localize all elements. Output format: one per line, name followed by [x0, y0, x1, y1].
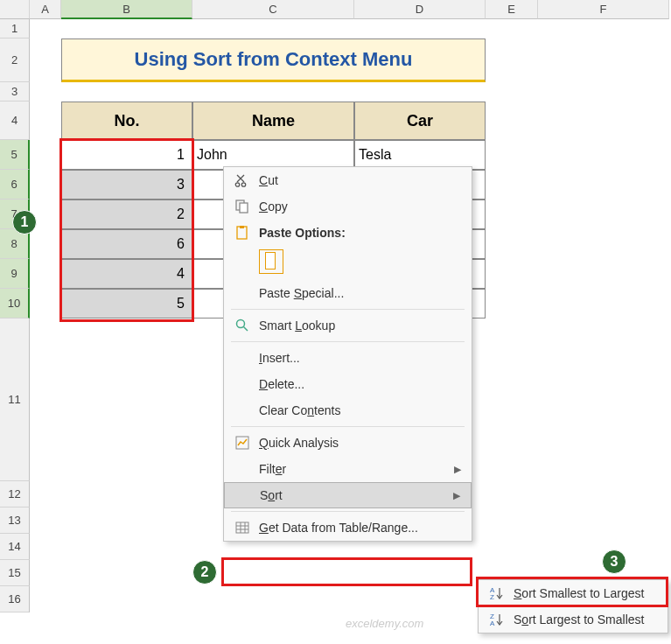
svg-rect-9 — [236, 522, 248, 533]
row-header-5[interactable]: 5 — [0, 140, 30, 170]
copy-icon — [231, 198, 254, 215]
ctx-paste-opt-label: Paste Options: — [259, 226, 346, 240]
paste-default-icon[interactable] — [259, 249, 283, 274]
row-header-16[interactable]: 16 — [0, 586, 30, 612]
col-header-D[interactable]: D — [354, 0, 486, 19]
cell-d5[interactable]: Tesla — [354, 140, 486, 170]
cell-b8[interactable]: 6 — [61, 229, 192, 259]
row-header-11[interactable]: 11 — [0, 318, 30, 481]
svg-rect-5 — [240, 226, 244, 228]
scissors-icon — [231, 172, 254, 189]
ctx-smart-lookup[interactable]: Smart Lookup — [224, 312, 472, 339]
ctx-delete-label: Delete... — [259, 377, 304, 391]
ctx-get-data[interactable]: Get Data from Table/Range... — [224, 514, 472, 541]
sort-asc-label: Sort Smallest to Largest — [514, 586, 644, 600]
svg-point-1 — [241, 183, 245, 186]
cell-b9[interactable]: 4 — [61, 259, 192, 289]
ctx-quick-label: Quick Analysis — [259, 436, 339, 450]
sort-desc-icon: ZA — [486, 611, 508, 628]
sort-asc-icon: AZ — [486, 584, 508, 602]
ctx-copy[interactable]: Copy — [224, 193, 472, 220]
svg-point-6 — [237, 320, 245, 328]
col-header-C[interactable]: C — [192, 0, 354, 19]
svg-text:Z: Z — [490, 593, 494, 601]
table-icon — [231, 519, 254, 536]
sort-smallest-to-largest[interactable]: AZ Sort Smallest to Largest — [479, 580, 668, 606]
clipboard-icon — [231, 224, 254, 242]
title-cell: Using Sort from Context Menu — [61, 38, 486, 82]
header-car: Car — [354, 102, 486, 140]
watermark: exceldemy.com — [346, 617, 423, 630]
cell-b5[interactable]: 1 — [61, 140, 192, 170]
ctx-sort-label: Sort — [260, 488, 283, 502]
row-header-10[interactable]: 10 — [0, 289, 30, 318]
row-header-6[interactable]: 6 — [0, 170, 30, 200]
badge-2: 2 — [192, 560, 217, 584]
paste-option-row — [224, 246, 472, 280]
row-header-4[interactable]: 4 — [0, 102, 30, 140]
row-header-15[interactable]: 15 — [0, 560, 30, 586]
svg-rect-3 — [240, 203, 248, 213]
ctx-paste-special-label: Paste Special... — [259, 286, 344, 300]
ctx-cut-label: CCutut — [259, 173, 278, 187]
row-header-2[interactable]: 2 — [0, 38, 30, 82]
ctx-getdata-label: Get Data from Table/Range... — [259, 521, 418, 535]
col-header-B[interactable]: B — [61, 0, 192, 19]
quick-analysis-icon — [231, 434, 254, 452]
ctx-clear[interactable]: Clear Contents — [224, 397, 472, 424]
row-header-3[interactable]: 3 — [0, 82, 30, 102]
header-name: Name — [192, 102, 354, 140]
ctx-delete[interactable]: Delete... — [224, 371, 472, 397]
highlight-sort — [221, 557, 472, 586]
ctx-insert-label: Insert... — [259, 351, 300, 365]
col-header-corner[interactable] — [0, 0, 30, 19]
badge-1: 1 — [12, 210, 37, 234]
ctx-filter-label: Filter — [259, 462, 286, 476]
row-header-9[interactable]: 9 — [0, 259, 30, 289]
sort-submenu: AZ Sort Smallest to Largest ZA Sort Larg… — [478, 579, 668, 634]
sort-largest-to-smallest[interactable]: ZA Sort Largest to Smallest — [479, 606, 668, 633]
svg-line-7 — [244, 327, 248, 332]
header-no: No. — [61, 102, 192, 140]
col-header-E[interactable]: E — [486, 0, 538, 19]
cell-b7[interactable]: 2 — [61, 200, 192, 229]
context-menu: CCutut Copy Paste Options: Paste Special… — [223, 166, 472, 542]
col-header-A[interactable]: A — [30, 0, 61, 19]
ctx-paste-special[interactable]: Paste Special... — [224, 280, 472, 306]
ctx-copy-label: Copy — [259, 200, 288, 214]
ctx-smart-lookup-label: Smart Lookup — [259, 318, 335, 332]
cell-b6[interactable]: 3 — [61, 170, 192, 200]
col-header-F[interactable]: F — [538, 0, 669, 19]
row-header-1[interactable]: 1 — [0, 19, 30, 38]
chevron-right-icon: ▶ — [453, 490, 460, 501]
ctx-paste-options: Paste Options: — [224, 220, 472, 246]
ctx-insert[interactable]: Insert... — [224, 345, 472, 371]
cell-b10[interactable]: 5 — [61, 289, 192, 318]
badge-3: 3 — [602, 550, 626, 574]
ctx-clear-label: Clear Contents — [259, 403, 340, 417]
row-header-14[interactable]: 14 — [0, 534, 30, 560]
row-header-13[interactable]: 13 — [0, 508, 30, 534]
svg-text:A: A — [490, 620, 495, 627]
svg-rect-4 — [237, 227, 247, 239]
ctx-cut[interactable]: CCutut — [224, 167, 472, 193]
row-header-12[interactable]: 12 — [0, 481, 30, 508]
svg-point-0 — [235, 183, 239, 186]
ctx-quick-analysis[interactable]: Quick Analysis — [224, 430, 472, 456]
search-icon — [231, 317, 254, 334]
sort-desc-label: Sort Largest to Smallest — [514, 612, 644, 626]
cell-c5[interactable]: John — [192, 140, 354, 170]
chevron-right-icon: ▶ — [454, 464, 461, 475]
ctx-filter[interactable]: Filter▶ — [224, 456, 472, 482]
ctx-sort[interactable]: Sort▶ — [224, 482, 472, 508]
